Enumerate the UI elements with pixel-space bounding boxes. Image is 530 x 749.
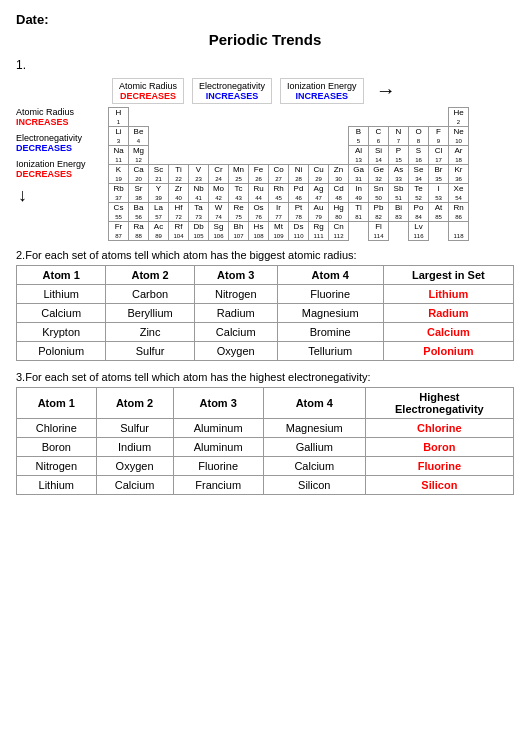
table2-cell-r2-c0: Krypton [17,323,106,342]
table3-row: LithiumCalciumFranciumSiliconSilicon [17,476,514,495]
element-ti: Ti22 [169,165,189,184]
element-pt: Pt78 [289,203,309,222]
section3: 3.For each set of atoms tell which atom … [16,371,514,495]
table2-cell-r0-c3: Fluorine [277,285,383,304]
element-v: V23 [189,165,209,184]
table3-cell-r3-c0: Lithium [17,476,97,495]
table3-row: ChlorineSulfurAluminumMagnesiumChlorine [17,419,514,438]
element-rh: Rh45 [269,184,289,203]
element-nb: Nb41 [189,184,209,203]
table2-cell-r3-c4: Polonium [383,342,513,361]
table3-cell-r1-c1: Indium [96,438,173,457]
table3-cell-r0-c2: Aluminum [173,419,263,438]
element-la: La57 [149,203,169,222]
element-y: Y39 [149,184,169,203]
element-hf: Hf72 [169,203,189,222]
right-arrow-icon: → [376,79,396,102]
element-cu: Cu29 [309,165,329,184]
element-cs: Cs55 [109,203,129,222]
element-k: K19 [109,165,129,184]
element-cd: Cd48 [329,184,349,203]
element-xe: Xe54 [449,184,469,203]
element-na: Na11 [109,146,129,165]
atomic-radius-trend-title: Atomic Radius [119,81,177,91]
table2: Atom 1 Atom 2 Atom 3 Atom 4 Largest in S… [16,265,514,361]
element-al: Al13 [349,146,369,165]
table3-cell-r1-c0: Boron [17,438,97,457]
element-as: As33 [389,165,409,184]
table2-cell-r3-c1: Sulfur [106,342,194,361]
table3-cell-r2-c1: Oxygen [96,457,173,476]
en-left-label: Electronegativity DECREASES [16,133,104,153]
element-b: B5 [349,127,369,146]
down-arrow-icon: ↓ [18,185,104,206]
element-cn: Cn112 [329,222,349,241]
table2-header-atom3: Atom 3 [194,266,277,285]
table2-header-atom1: Atom 1 [17,266,106,285]
element-lv: Lv116 [409,222,429,241]
element-kr: Kr36 [449,165,469,184]
table3-row: BoronIndiumAluminumGalliumBoron [17,438,514,457]
element-in: In49 [349,184,369,203]
element-co: Co27 [269,165,289,184]
table3-cell-r2-c4: Fluorine [365,457,513,476]
element-ag: Ag47 [309,184,329,203]
table2-cell-r0-c2: Nitrogen [194,285,277,304]
element-c: C6 [369,127,389,146]
element-mo: Mo42 [209,184,229,203]
table3-header-atom4: Atom 4 [263,388,365,419]
element-fr: Fr87 [109,222,129,241]
table3-cell-r2-c0: Nitrogen [17,457,97,476]
element-118: 118 [449,222,469,241]
element-tc: Tc43 [229,184,249,203]
section2-text: 2.For each set of atoms tell which atom … [16,249,514,261]
table2-cell-r1-c2: Radium [194,304,277,323]
element-os: Os76 [249,203,269,222]
ionization-trend-dir: INCREASES [287,91,357,101]
table2-header-atom2: Atom 2 [106,266,194,285]
electronegativity-trend-title: Electronegativity [199,81,265,91]
table3-cell-r0-c0: Chlorine [17,419,97,438]
element-f: F9 [429,127,449,146]
element-po: Po84 [409,203,429,222]
electronegativity-trend-box: Electronegativity INCREASES [192,78,272,104]
periodic-table: H1 He2 Li3 Be4 B5 C6 N7 O8 F9 [108,107,514,241]
element-sg: Sg106 [209,222,229,241]
element-db: Db105 [189,222,209,241]
table2-cell-r0-c4: Lithium [383,285,513,304]
element-ba: Ba56 [129,203,149,222]
empty-row1 [129,108,449,127]
atomic-radius-trend-dir: DECREASES [119,91,177,101]
element-se: Se34 [409,165,429,184]
element-rn: Rn86 [449,203,469,222]
element-ar: Ar18 [449,146,469,165]
element-te: Te52 [409,184,429,203]
table3: Atom 1 Atom 2 Atom 3 Atom 4 HighestElect… [16,387,514,495]
ar-left-label: Atomic Radius INCREASES [16,107,104,127]
element-pb: Pb82 [369,203,389,222]
table2-header-atom4: Atom 4 [277,266,383,285]
electronegativity-trend-dir: INCREASES [199,91,265,101]
table2-cell-r0-c1: Carbon [106,285,194,304]
table2-cell-r1-c0: Calcium [17,304,106,323]
element-s: S16 [409,146,429,165]
table2-cell-r1-c4: Radium [383,304,513,323]
atomic-radius-trend-box: Atomic Radius DECREASES [112,78,184,104]
table3-cell-r2-c3: Calcium [263,457,365,476]
element-zr: Zr40 [169,184,189,203]
element-he: He2 [449,108,469,127]
ionization-trend-title: Ionization Energy [287,81,357,91]
table3-header-atom2: Atom 2 [96,388,173,419]
section3-text: 3.For each set of atoms tell which atom … [16,371,514,383]
element-be: Be4 [129,127,149,146]
table2-cell-r2-c4: Calcium [383,323,513,342]
table3-header-atom3: Atom 3 [173,388,263,419]
table2-header-largest: Largest in Set [383,266,513,285]
element-rg: Rg111 [309,222,329,241]
element-cr: Cr24 [209,165,229,184]
element-bh: Bh107 [229,222,249,241]
element-i: I53 [429,184,449,203]
element-sn: Sn50 [369,184,389,203]
element-hs: Hs108 [249,222,269,241]
table3-cell-r3-c2: Francium [173,476,263,495]
